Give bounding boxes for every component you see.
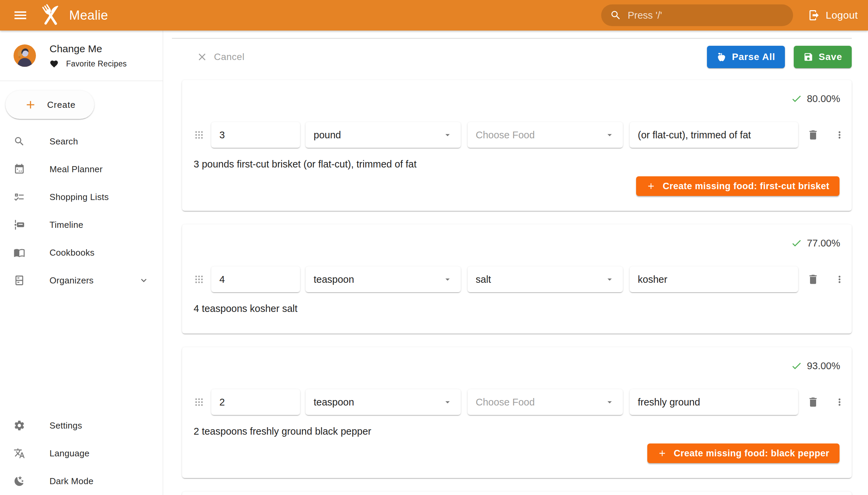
original-ingredient-text: 2 teaspoons freshly ground black pepper — [193, 425, 845, 437]
plus-icon — [646, 182, 656, 191]
next-ingredient-card-partial — [182, 492, 852, 495]
quantity-input[interactable] — [219, 130, 292, 141]
ingredient-row: teaspoon salt — [193, 267, 845, 292]
heart-icon — [50, 59, 59, 68]
quantity-input[interactable] — [219, 274, 292, 285]
note-input[interactable] — [638, 274, 790, 285]
unit-select-value: pound — [313, 130, 341, 141]
original-ingredient-text: 4 teaspoons kosher salt — [193, 303, 845, 314]
sidebar-divider — [0, 81, 163, 81]
food-select[interactable]: Choose Food — [467, 122, 623, 148]
create-button[interactable]: Create — [5, 90, 94, 119]
sidebar-item-shopping-lists[interactable]: Shopping Lists — [0, 183, 163, 211]
ingredient-editor-toolbar: Cancel Parse All Save — [182, 39, 852, 75]
chevron-down-icon — [605, 130, 615, 140]
drag-handle-icon[interactable] — [193, 130, 204, 140]
original-ingredient-text: 3 pounds first-cut brisket (or flat-cut)… — [193, 158, 845, 170]
check-icon — [791, 237, 802, 249]
confidence-badge: 80.00% — [193, 93, 845, 104]
confidence-value: 77.00% — [807, 238, 840, 249]
moon-icon — [14, 475, 25, 487]
food-select-value: salt — [476, 274, 491, 285]
ingredient-list: 80.00% pound Choose Food — [182, 80, 852, 478]
food-select[interactable]: Choose Food — [467, 389, 623, 415]
book-icon — [14, 247, 25, 258]
note-input[interactable] — [638, 130, 790, 141]
ingredient-card: 93.00% teaspoon Choose Food — [182, 347, 852, 478]
confidence-badge: 93.00% — [193, 360, 845, 372]
sidebar-item-meal-planner[interactable]: Meal Planner — [0, 155, 163, 183]
food-select-value: Choose Food — [476, 397, 535, 408]
plus-icon — [658, 448, 667, 458]
checklist-icon — [14, 191, 25, 203]
quantity-input[interactable] — [219, 397, 292, 408]
plus-icon — [24, 98, 37, 111]
chevron-down-icon — [605, 397, 615, 407]
sidebar-item-settings[interactable]: Settings — [0, 412, 163, 439]
chevron-down-icon — [138, 275, 149, 286]
organizer-icon — [14, 275, 25, 286]
check-icon — [791, 360, 802, 372]
note-field[interactable] — [630, 389, 798, 415]
sidebar-item-cookbooks[interactable]: Cookbooks — [0, 239, 163, 267]
quantity-field[interactable] — [211, 267, 300, 292]
search-input[interactable]: Press '/' — [601, 4, 793, 26]
sidebar-item-dark-mode[interactable]: Dark Mode — [0, 467, 163, 495]
quantity-field[interactable] — [211, 122, 300, 148]
confidence-value: 80.00% — [807, 93, 840, 104]
sidebar-bottom-nav: Settings Language Dark Mode — [0, 412, 163, 495]
sidebar-item-search[interactable]: Search — [0, 127, 163, 155]
save-label: Save — [819, 52, 842, 62]
save-button[interactable]: Save — [794, 46, 852, 68]
ingredient-menu-button[interactable] — [834, 130, 845, 140]
ingredient-card: 80.00% pound Choose Food — [182, 80, 852, 211]
chevron-down-icon — [605, 274, 615, 285]
app-header: Mealie Press '/' Logout — [0, 0, 868, 31]
save-icon — [803, 52, 813, 62]
unit-select[interactable]: teaspoon — [306, 267, 461, 292]
unit-select[interactable]: teaspoon — [306, 389, 461, 415]
ingredient-menu-button[interactable] — [834, 274, 845, 285]
main-content: Cancel Parse All Save 80.00% — [163, 31, 868, 495]
note-field[interactable] — [630, 267, 798, 292]
ingredient-menu-button[interactable] — [834, 397, 845, 408]
confidence-badge: 77.00% — [193, 237, 845, 249]
unit-select-value: teaspoon — [313, 274, 354, 285]
logout-button[interactable]: Logout — [808, 9, 858, 21]
sidebar-nav: Search Meal Planner Shopping Lists Timel… — [0, 127, 163, 294]
parse-all-label: Parse All — [732, 52, 776, 62]
search-placeholder: Press '/' — [628, 10, 662, 21]
unit-select[interactable]: pound — [306, 122, 461, 148]
sidebar-item-organizers[interactable]: Organizers — [0, 267, 163, 294]
note-field[interactable] — [630, 122, 798, 148]
sidebar-item-timeline[interactable]: Timeline — [0, 211, 163, 239]
parse-all-button[interactable]: Parse All — [707, 46, 785, 68]
delete-ingredient-button[interactable] — [807, 396, 819, 408]
delete-ingredient-button[interactable] — [807, 129, 819, 141]
apple-icon — [716, 52, 727, 62]
cancel-button[interactable]: Cancel — [196, 51, 244, 63]
app-title: Mealie — [69, 8, 108, 23]
create-missing-food-button[interactable]: Create missing food: first-cut brisket — [636, 176, 839, 196]
favorite-recipes-label: Favorite Recipes — [66, 59, 127, 68]
note-input[interactable] — [638, 397, 790, 408]
ingredient-card: 77.00% teaspoon salt — [182, 224, 852, 334]
search-icon — [610, 10, 622, 21]
calendar-icon — [14, 164, 25, 175]
hamburger-menu-icon[interactable] — [12, 6, 29, 24]
ingredient-row: pound Choose Food — [193, 122, 845, 148]
create-missing-food-label: Create missing food: black pepper — [674, 448, 829, 459]
drag-handle-icon[interactable] — [193, 274, 204, 285]
favorite-recipes-link[interactable]: Favorite Recipes — [50, 59, 127, 68]
user-section[interactable]: Change Me Favorite Recipes — [0, 31, 163, 81]
sidebar-item-language[interactable]: Language — [0, 439, 163, 467]
drag-handle-icon[interactable] — [193, 397, 204, 408]
chevron-down-icon — [442, 274, 453, 285]
timeline-icon — [14, 219, 25, 231]
delete-ingredient-button[interactable] — [807, 273, 819, 286]
create-missing-food-button[interactable]: Create missing food: black pepper — [647, 443, 839, 463]
quantity-field[interactable] — [211, 389, 300, 415]
translate-icon — [14, 447, 25, 459]
food-select[interactable]: salt — [467, 267, 623, 292]
create-button-label: Create — [47, 100, 75, 110]
